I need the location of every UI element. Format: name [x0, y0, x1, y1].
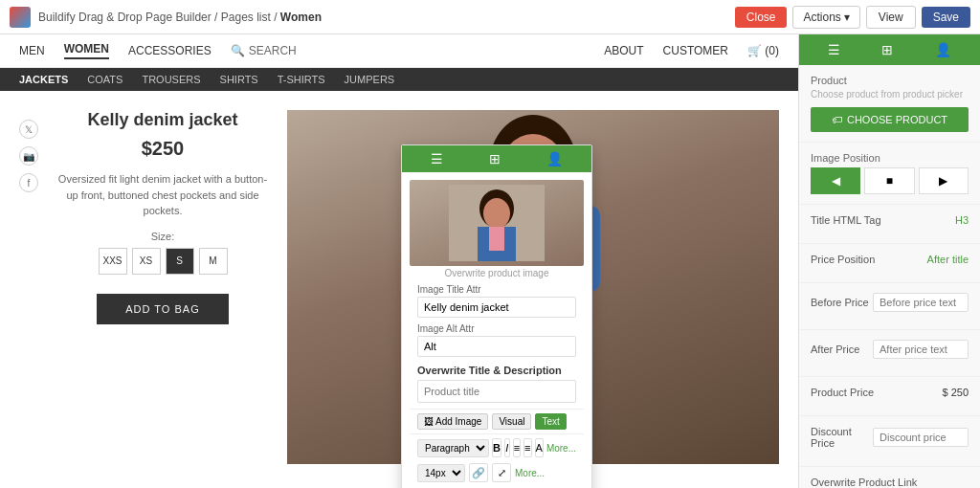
nav-links: MEN WOMEN ACCESSORIES 🔍 SEARCH [19, 42, 297, 59]
sp-before-price-section: Before Price [799, 283, 980, 330]
size-xxs[interactable]: XXS [99, 248, 127, 275]
ep-link-btn[interactable]: 🔗 [469, 463, 488, 482]
close-button[interactable]: Close [735, 7, 788, 28]
sp-product-price-label: Product Price [811, 387, 874, 398]
size-options: XXS XS S M [57, 248, 268, 275]
sp-user-icon[interactable]: 👤 [935, 42, 951, 57]
ep-image-alt-input[interactable] [417, 336, 576, 357]
sp-discount-price-section: Discount Price [799, 416, 980, 467]
add-to-bag-button[interactable]: ADD TO BAG [97, 294, 228, 324]
instagram-icon[interactable]: 📷 [19, 146, 38, 166]
product-area: 𝕏 📷 f Kelly denim jacket $250 Oversized … [0, 91, 798, 483]
sp-price-position-value: After title [927, 254, 969, 265]
nav-accessories[interactable]: ACCESSORIES [128, 44, 212, 57]
sp-pos-left-btn[interactable]: ◀ [811, 167, 860, 194]
sp-before-price-input[interactable] [873, 293, 969, 312]
nav-about[interactable]: ABOUT [604, 44, 643, 57]
ep-user-icon[interactable]: 👤 [546, 151, 563, 166]
product-description: Oversized fit light denim jacket with a … [57, 171, 268, 219]
sp-discount-price-input[interactable] [873, 428, 969, 447]
ep-product-title-input[interactable] [417, 380, 576, 403]
ep-image-title-field: Image Title Attr [417, 284, 576, 318]
ep-italic-btn[interactable]: I [504, 438, 510, 457]
ep-toolbar: 🖼 Add Image Visual Text [410, 409, 584, 434]
sp-after-price-input[interactable] [873, 340, 969, 359]
breadcrumb: Buildify Drag & Drop Page Builder / Page… [38, 11, 322, 24]
ep-align-btn[interactable]: A [535, 438, 544, 457]
nav-search: 🔍 SEARCH [231, 44, 297, 57]
ep-format-row: Paragraph B I ≡ ≡ A More... [410, 434, 584, 461]
product-info: Kelly denim jacket $250 Oversized fit li… [57, 110, 268, 464]
product-title: Kelly denim jacket [57, 110, 268, 130]
ep-ul-btn[interactable]: ≡ [513, 438, 521, 457]
sp-pos-right-btn[interactable]: ▶ [919, 167, 969, 194]
ep-ol-btn[interactable]: ≡ [523, 438, 531, 457]
sp-before-price-row: Before Price [811, 293, 969, 312]
size-xs[interactable]: XS [132, 248, 161, 275]
sp-icons-row: ☰ ⊞ 👤 [799, 34, 980, 65]
main-layout: MEN WOMEN ACCESSORIES 🔍 SEARCH ABOUT CUS… [0, 34, 980, 488]
sp-image-position-label: Image Position [811, 152, 969, 164]
settings-panel: ☰ ⊞ 👤 Product Choose product from produc… [798, 34, 980, 488]
editor-panel-image-section: Overwrite product image Image Title Attr… [402, 172, 591, 488]
subnav-jackets[interactable]: JACKETS [19, 74, 68, 85]
sp-after-price-row: After Price [811, 340, 969, 359]
sp-price-position-row: Price Position After title [811, 254, 969, 265]
twitter-icon[interactable]: 𝕏 [19, 120, 38, 139]
nav-men[interactable]: MEN [19, 44, 45, 57]
svg-rect-12 [489, 227, 504, 251]
ep-grid-icon[interactable]: ⊞ [489, 151, 501, 166]
sp-grid-icon[interactable]: ⊞ [881, 42, 893, 57]
sp-after-price-label: After Price [811, 344, 859, 355]
editor-panel: ☰ ⊞ 👤 Overwrite product image [401, 144, 592, 488]
sp-product-price-row: Product Price $ 250 [811, 387, 969, 398]
ep-image-alt-field: Image Alt Attr [417, 323, 576, 357]
sp-choose-product-btn[interactable]: 🏷 CHOOSE PRODUCT [811, 107, 969, 132]
ep-overwrite-image-label: Overwrite product image [410, 266, 584, 284]
ep-image-title-label: Image Title Attr [417, 284, 576, 295]
sp-title-tag-value: H3 [955, 214, 969, 226]
subnav-jumpers[interactable]: JUMPERS [345, 74, 395, 85]
sp-overwrite-link-label: Overwrite Product Link [811, 477, 969, 488]
sp-before-price-label: Before Price [811, 297, 869, 308]
actions-button[interactable]: Actions ▾ [792, 6, 859, 29]
nav-top: MEN WOMEN ACCESSORIES 🔍 SEARCH ABOUT CUS… [0, 34, 798, 68]
size-m[interactable]: M [199, 248, 228, 275]
ep-more-link[interactable]: More... [546, 443, 576, 454]
nav-right: ABOUT CUSTOMER 🛒 (0) [604, 44, 779, 57]
save-button[interactable]: Save [922, 7, 970, 28]
sp-menu-icon[interactable]: ☰ [828, 42, 840, 57]
sp-title-tag-label: Title HTML Tag [811, 214, 881, 226]
sp-overwrite-link-section: Overwrite Product Link ✏ [799, 467, 980, 488]
subnav-coats[interactable]: COATS [87, 74, 122, 85]
ep-size-select[interactable]: 14px [417, 464, 465, 482]
ep-add-image-btn[interactable]: 🖼 Add Image [417, 413, 488, 430]
subnav-trousers[interactable]: TROUSERS [142, 74, 200, 85]
ep-menu-icon[interactable]: ☰ [431, 151, 443, 166]
sp-title-tag-section: Title HTML Tag H3 [799, 205, 980, 244]
social-icons: 𝕏 📷 f [19, 110, 38, 464]
facebook-icon[interactable]: f [19, 173, 38, 192]
nav-cart[interactable]: 🛒 (0) [747, 44, 779, 57]
size-s[interactable]: S [166, 248, 194, 275]
sp-pos-center-btn[interactable]: ■ [864, 167, 914, 194]
ep-expand-btn[interactable]: ⤢ [492, 463, 511, 482]
ep-text-btn[interactable]: Text [535, 413, 566, 430]
ep-bold-btn[interactable]: B [492, 438, 501, 457]
ep-more-link2[interactable]: More... [515, 468, 545, 478]
subnav-shirts[interactable]: SHIRTS [220, 74, 258, 85]
subnav-tshirts[interactable]: T-SHIRTS [278, 74, 325, 85]
sp-price-position-label: Price Position [811, 254, 875, 265]
view-button[interactable]: View [866, 6, 916, 29]
nav-women[interactable]: WOMEN [64, 42, 109, 59]
ep-image-alt-label: Image Alt Attr [417, 323, 576, 334]
editor-panel-header: ☰ ⊞ 👤 [402, 145, 591, 172]
nav-customer[interactable]: CUSTOMER [663, 44, 728, 57]
page-canvas: MEN WOMEN ACCESSORIES 🔍 SEARCH ABOUT CUS… [0, 34, 798, 488]
ep-image-title-input[interactable] [417, 297, 576, 318]
sp-price-position-section: Price Position After title [799, 244, 980, 283]
ep-paragraph-select[interactable]: Paragraph [417, 439, 489, 457]
ep-visual-btn[interactable]: Visual [492, 413, 531, 430]
sp-title-tag-row: Title HTML Tag H3 [811, 214, 969, 226]
sp-product-sublabel: Choose product from product picker [811, 89, 969, 100]
